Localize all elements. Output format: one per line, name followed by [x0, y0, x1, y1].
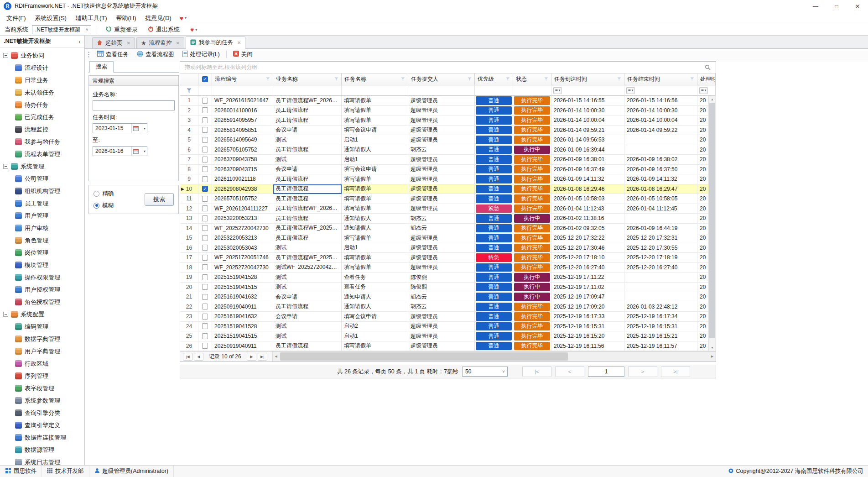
- tree-item[interactable]: 用户审核: [0, 222, 84, 234]
- radio-fuzzy[interactable]: 模糊: [94, 202, 114, 210]
- tree-item[interactable]: 流程设计: [0, 62, 84, 74]
- column-header-pri[interactable]: 优先级: [475, 73, 513, 85]
- filter-cell-code[interactable]: [212, 85, 273, 96]
- tree-item[interactable]: 组织机构管理: [0, 185, 84, 197]
- filter-cell-t1[interactable]: =▾: [551, 85, 624, 96]
- filter-operator[interactable]: =▾: [553, 87, 562, 94]
- tree-item[interactable]: 数据源管理: [0, 444, 84, 456]
- row-checkbox[interactable]: [202, 294, 208, 300]
- table-row[interactable]: 420265814095851会议申请填写会议申请超级管理员普通执行完毕2026…: [180, 126, 716, 136]
- system-combo[interactable]: .NET敏捷开发框架 ˅: [32, 25, 91, 34]
- collapse-icon[interactable]: [3, 53, 8, 58]
- tab-close-icon[interactable]: ✕: [176, 41, 180, 46]
- filter-cell-t2[interactable]: =▾: [624, 85, 697, 96]
- table-row[interactable]: 620265705105752员工请假流程通知请假人胡杰云普通执行中2026-0…: [180, 145, 716, 155]
- nav-next-button[interactable]: ▶: [247, 353, 256, 361]
- row-checkbox[interactable]: [202, 255, 208, 261]
- row-checkbox[interactable]: [202, 98, 208, 104]
- tree-item[interactable]: 用户授权管理: [0, 283, 84, 296]
- table-row[interactable]: 2420251519041528测试启动2超级管理员普通执行完毕2025-12-…: [180, 322, 716, 332]
- row-checkbox[interactable]: [202, 196, 208, 202]
- row-checkbox[interactable]: [202, 264, 208, 270]
- menu-item[interactable]: 提意见(D): [141, 12, 176, 24]
- tab-流程监控[interactable]: ★ 流程监控 ✕: [136, 37, 184, 49]
- column-header-t2[interactable]: 任务结束时间: [624, 73, 697, 85]
- tree-item[interactable]: 行政区域: [0, 357, 84, 370]
- table-row[interactable]: 2320251619041632会议申请填写会议申请超级管理员普通执行完毕202…: [180, 312, 716, 322]
- date-to-input[interactable]: 2026-01-16 ▾: [93, 146, 147, 156]
- table-row[interactable]: 2120251619041632会议申请通知申请人胡杰云普通执行中2025-12…: [180, 292, 716, 302]
- column-header-st[interactable]: 状态: [513, 73, 551, 85]
- menu-item[interactable]: 文件(F): [2, 12, 31, 24]
- table-row[interactable]: 220260014100016员工请假流程填写请假单超级管理员普通执行完毕202…: [180, 106, 716, 116]
- filter-cell-pri[interactable]: [475, 85, 513, 96]
- row-checkbox[interactable]: [202, 304, 208, 309]
- table-row[interactable]: 2620250919040911员工请假流程填写请假单超级管理员普通执行完毕20…: [180, 341, 716, 351]
- nav-last-button[interactable]: ▶|: [258, 353, 267, 361]
- row-checkbox[interactable]: [202, 166, 208, 172]
- tree-item[interactable]: 角色授权管理: [0, 296, 84, 308]
- tree-item[interactable]: 流程监控: [0, 123, 84, 136]
- toolbar-button-查看任务[interactable]: 查看任务: [94, 50, 132, 59]
- table-row[interactable]: 1120265705105752员工请假流程填写请假单超级管理员普通执行完毕20…: [180, 194, 716, 204]
- hscroll-thumb[interactable]: [280, 352, 568, 361]
- search-icon[interactable]: [705, 64, 711, 71]
- collapse-icon[interactable]: [3, 312, 8, 317]
- minimize-button[interactable]: —: [805, 0, 826, 12]
- row-checkbox[interactable]: [202, 215, 208, 221]
- table-row[interactable]: 18WF_20252720042730测试WF_20252720042730填写…: [180, 263, 716, 273]
- tree-item[interactable]: 待办任务: [0, 99, 84, 111]
- tree-item[interactable]: 查询引擎定义: [0, 419, 84, 431]
- table-row[interactable]: 2220250919040911员工请假流程通知请假人胡杰云普通执行完毕2025…: [180, 302, 716, 312]
- table-row[interactable]: 720263709043758测试启动1超级管理员普通执行完毕2026-01-0…: [180, 155, 716, 165]
- table-row[interactable]: 1920251519041528测试查看任务陈俊熙普通执行中2025-12-19…: [180, 273, 716, 283]
- tree-group[interactable]: 系统配置: [0, 308, 84, 320]
- table-row[interactable]: 1620253020053043测试启动1超级管理员普通执行完毕2025-12-…: [180, 243, 716, 253]
- toolbar-button-查看流程图[interactable]: 查看流程图: [133, 50, 178, 59]
- tree-item[interactable]: 数据库连接管理: [0, 431, 84, 444]
- business-name-input[interactable]: [93, 100, 175, 110]
- tree-item[interactable]: 已完成任务: [0, 111, 84, 123]
- scroll-up-icon[interactable]: ▲: [709, 96, 716, 103]
- tree-item[interactable]: 我参与的任务: [0, 136, 84, 148]
- tree-item[interactable]: 表字段管理: [0, 382, 84, 394]
- calendar-icon[interactable]: [131, 147, 140, 156]
- filter-cell-st[interactable]: [513, 85, 551, 96]
- column-header-t1[interactable]: 任务到达时间: [551, 73, 624, 85]
- tree-item[interactable]: 公司管理: [0, 173, 84, 185]
- next-page-button[interactable]: >: [628, 366, 657, 377]
- tree-item[interactable]: 用户管理: [0, 210, 84, 222]
- column-header-who[interactable]: 任务提交人: [408, 73, 475, 85]
- page-size-combo[interactable]: 50 ˅: [462, 367, 508, 377]
- nav-prev-button[interactable]: ◀: [194, 353, 203, 361]
- chevron-down-icon[interactable]: ▾: [142, 147, 147, 156]
- table-row[interactable]: 1520253220053213员工请假流程填写请假单超级管理员普通执行完毕20…: [180, 233, 716, 243]
- tab-我参与的任务[interactable]: 我参与的任务 ✕: [186, 37, 245, 49]
- toolbar-button-处理记录(L)[interactable]: 处理记录(L): [179, 50, 223, 59]
- search-button[interactable]: 搜索: [145, 193, 174, 206]
- table-row[interactable]: 2520251519041515测试启动1超级管理员普通执行完毕2025-12-…: [180, 331, 716, 341]
- chevron-down-icon[interactable]: ▾: [142, 124, 147, 133]
- tab-起始页[interactable]: 起始页 ✕: [92, 37, 135, 49]
- row-checkbox[interactable]: [202, 127, 208, 133]
- tree-item[interactable]: 操作权限管理: [0, 271, 84, 283]
- row-checkbox[interactable]: [202, 147, 208, 152]
- grid-vscrollbar[interactable]: ▲ ▼: [708, 96, 716, 351]
- row-checkbox[interactable]: [202, 176, 208, 182]
- filter-cell-task[interactable]: [342, 85, 408, 96]
- menu-item[interactable]: 系统设置(S): [31, 12, 71, 24]
- filter-cell-chk[interactable]: [198, 85, 212, 96]
- scroll-down-icon[interactable]: ▼: [709, 344, 716, 351]
- tree-item[interactable]: 数据字典管理: [0, 333, 84, 345]
- select-all-checkbox[interactable]: [202, 76, 208, 82]
- tree-item[interactable]: 员工管理: [0, 197, 84, 210]
- tree-item[interactable]: 流程表单管理: [0, 148, 84, 160]
- row-checkbox[interactable]: [202, 107, 208, 113]
- tab-close-icon[interactable]: ✕: [127, 41, 130, 46]
- table-row[interactable]: 820263709043715会议申请填写会议申请超级管理员普通执行完毕2026…: [180, 165, 716, 175]
- filter-operator[interactable]: =▾: [626, 87, 635, 94]
- table-row[interactable]: 14WF_20252720042730员工请假流程WF_202527200427…: [180, 224, 716, 234]
- row-checkbox[interactable]: [202, 245, 208, 251]
- table-row[interactable]: 1WF_20261615021647员工请假流程WF_2026161502164…: [180, 96, 716, 106]
- tree-group[interactable]: 业务协同: [0, 49, 84, 62]
